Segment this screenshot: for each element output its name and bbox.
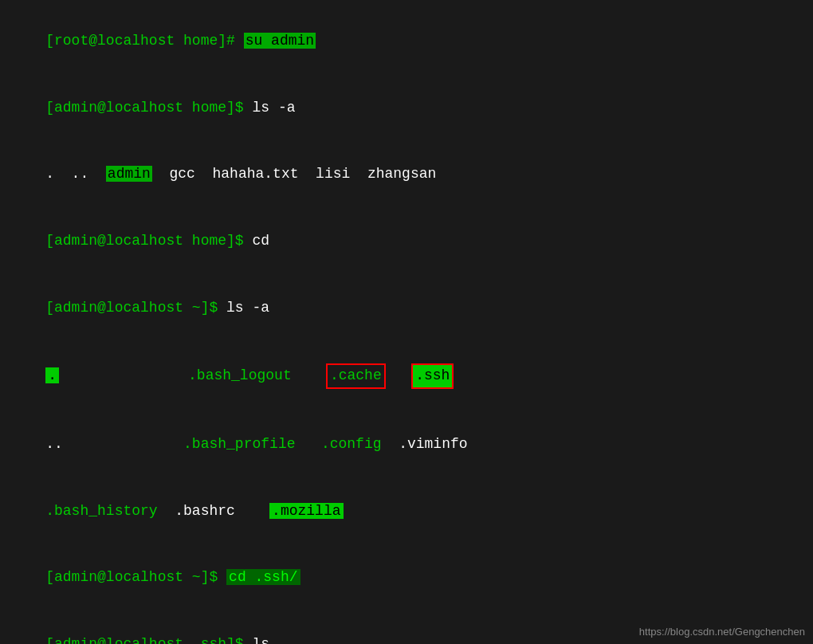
ssh-box: .ssh: [411, 363, 454, 389]
cmd-su-highlight: su admin: [244, 33, 316, 49]
line-4: [admin@localhost home]$ cd: [11, 208, 802, 275]
line-8: .bash_history .bashrc .mozilla: [11, 478, 802, 545]
prompt-root: [root@localhost home]#: [45, 33, 235, 49]
line-7: .. .bash_profile .config .viminfo: [11, 411, 802, 478]
watermark: https://blog.csdn.net/Gengchenchen: [639, 626, 805, 638]
line-2: [admin@localhost home]$ ls -a: [11, 75, 802, 142]
line-1: [root@localhost home]# su admin: [11, 8, 802, 75]
line-6: . .bash_logout .cache .ssh: [11, 341, 802, 411]
cache-box: .cache: [326, 363, 386, 389]
terminal: [root@localhost home]# su admin [admin@l…: [0, 0, 813, 644]
cmd-su: [235, 33, 244, 49]
line-5: [admin@localhost ~]$ ls -a: [11, 275, 802, 342]
line-3: . .. admin gcc hahaha.txt lisi zhangsan: [11, 141, 802, 208]
line-9: [admin@localhost ~]$ cd .ssh/: [11, 544, 802, 611]
